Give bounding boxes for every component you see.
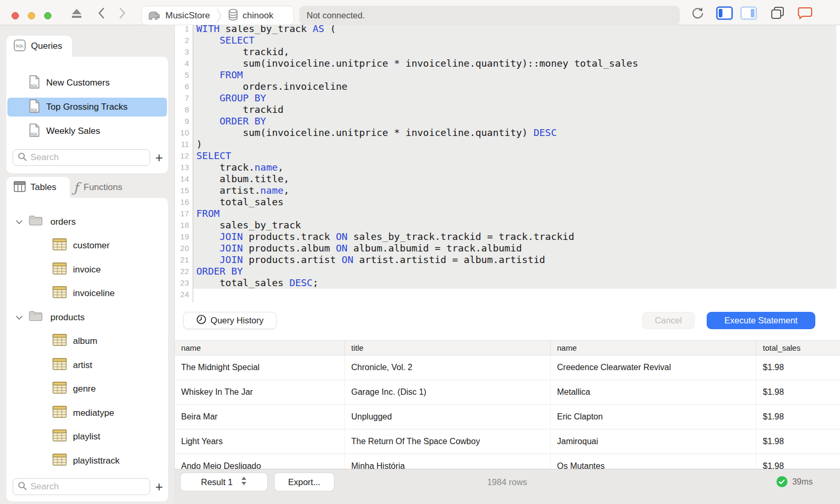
table-cell[interactable]: Beira Mar <box>175 405 345 429</box>
database-name: chinook <box>243 10 274 21</box>
line-number: 4 <box>175 58 193 69</box>
add-query-button[interactable]: + <box>150 150 168 165</box>
line-number: 11 <box>175 139 193 150</box>
tree-table-album[interactable]: album <box>6 330 168 354</box>
disclosure-chevron-icon[interactable] <box>16 312 22 323</box>
cancel-label: Cancel <box>655 316 681 326</box>
close-button[interactable] <box>12 12 19 19</box>
table-cell[interactable]: Garage Inc. (Disc 1) <box>345 380 551 404</box>
table-cell[interactable]: $1.98 <box>757 454 840 469</box>
table-cell[interactable]: Eric Clapton <box>551 405 757 429</box>
table-cell[interactable]: Ando Meio Desligado <box>175 454 345 469</box>
breadcrumb-separator-icon <box>215 8 223 23</box>
tables-search-row: + <box>13 478 168 495</box>
back-button[interactable] <box>97 7 106 19</box>
svg-text:SQL: SQL <box>30 83 38 88</box>
column-header-name[interactable]: name <box>175 341 345 355</box>
line-number: 16 <box>175 196 193 208</box>
line-number: 19 <box>175 231 193 243</box>
execute-statement-button[interactable]: Execute Statement <box>707 312 815 329</box>
breadcrumb-server[interactable]: MusicStore <box>142 6 215 25</box>
tree-table-artist[interactable]: artist <box>6 353 168 377</box>
code-line: ORDER BY <box>193 116 836 127</box>
tree-table-customer[interactable]: customer <box>6 234 168 258</box>
column-header-name[interactable]: name <box>551 341 757 355</box>
tree-table-playlisttrack[interactable]: playlisttrack <box>6 449 168 473</box>
add-table-button[interactable]: + <box>150 479 168 495</box>
table-cell[interactable]: Unplugged <box>345 405 551 429</box>
query-list-item[interactable]: SQL Top Grossing Tracks <box>7 98 167 117</box>
code-line: sum(invoiceline.unitprice * invoiceline.… <box>193 127 836 139</box>
cancel-button[interactable]: Cancel <box>642 312 695 329</box>
table-cell[interactable]: Metallica <box>551 380 757 404</box>
query-list-item[interactable]: SQL Weekly Sales <box>7 122 167 141</box>
line-number: 7 <box>175 92 193 104</box>
table-cell[interactable]: The Midnight Special <box>175 355 345 380</box>
line-number: 1 <box>175 25 193 35</box>
refresh-button[interactable] <box>691 7 705 19</box>
table-cell[interactable]: $1.98 <box>757 429 840 454</box>
queries-search-box[interactable] <box>13 149 150 166</box>
tables-search-box[interactable] <box>13 478 150 495</box>
column-header-total_sales[interactable]: total_sales <box>757 341 840 355</box>
tab-queries[interactable]: SQL Queries <box>6 36 72 57</box>
query-list-item[interactable]: SQL New Customers <box>7 74 167 92</box>
table-cell[interactable]: Os Mutantes <box>551 454 757 469</box>
zoom-button[interactable] <box>44 12 51 19</box>
table-row[interactable]: Whiskey In The JarGarage Inc. (Disc 1)Me… <box>175 380 840 405</box>
code-line: ORDER BY <box>193 266 836 277</box>
tree-folder-orders[interactable]: orders <box>6 210 168 234</box>
forward-button[interactable] <box>118 7 127 19</box>
toggle-left-sidebar-button[interactable] <box>716 7 733 19</box>
editor-footer: Query History Cancel Execute Statement <box>175 307 840 340</box>
table-cell[interactable]: $1.98 <box>757 405 840 429</box>
code-line <box>193 289 840 300</box>
code-line: sales_by_track <box>193 219 836 231</box>
queries-search-input[interactable] <box>30 152 150 163</box>
tree-folder-label: orders <box>50 217 76 227</box>
breadcrumb: MusicStore chinook <box>141 6 294 25</box>
table-cell[interactable]: Chronicle, Vol. 2 <box>345 355 551 380</box>
query-history-button[interactable]: Query History <box>183 312 277 329</box>
duration-label: 39ms <box>792 477 813 487</box>
tables-search-input[interactable] <box>30 481 150 492</box>
table-row[interactable]: Beira MarUnpluggedEric Clapton$1.98 <box>175 405 840 429</box>
tree-table-invoice[interactable]: invoice <box>6 258 168 282</box>
table-cell[interactable]: $1.98 <box>757 355 840 380</box>
tab-tables[interactable]: Tables <box>6 177 70 198</box>
eject-icon[interactable] <box>70 7 83 19</box>
table-cell[interactable]: Light Years <box>175 429 345 454</box>
table-row[interactable]: Ando Meio DesligadoMinha HistóriaOs Muta… <box>175 454 840 469</box>
tree-table-label: customer <box>73 240 110 251</box>
table-cell[interactable]: $1.98 <box>757 380 840 404</box>
column-header-title[interactable]: title <box>345 341 551 355</box>
line-number: 6 <box>175 81 193 92</box>
feedback-bubble-button[interactable] <box>797 7 813 19</box>
line-number: 15 <box>175 185 193 196</box>
tree-table-playlist[interactable]: playlist <box>6 425 168 449</box>
table-row[interactable]: The Midnight SpecialChronicle, Vol. 2Cre… <box>175 355 840 380</box>
code-line: album.title, <box>193 173 836 185</box>
minimize-button[interactable] <box>28 12 35 19</box>
tree-table-mediatype[interactable]: mediatype <box>6 401 168 425</box>
windows-button[interactable] <box>770 7 785 19</box>
toggle-right-sidebar-button[interactable] <box>740 7 757 19</box>
tree-table-genre[interactable]: genre <box>6 377 168 402</box>
table-row[interactable]: Light YearsThe Return Of The Space Cowbo… <box>175 429 840 454</box>
tree-folder-products[interactable]: products <box>6 306 168 330</box>
queries-search-row: + <box>13 149 168 166</box>
table-cell[interactable]: Jamiroquai <box>551 429 757 454</box>
tab-functions[interactable]: ƒ Functions <box>74 177 122 198</box>
disclosure-chevron-icon[interactable] <box>16 217 22 227</box>
table-cell[interactable]: The Return Of The Space Cowboy <box>345 429 551 454</box>
breadcrumb-database[interactable]: chinook <box>223 6 279 25</box>
table-cell[interactable]: Creedence Clearwater Revival <box>551 355 757 380</box>
sql-code-editor[interactable]: 123456789101112131415161718192021222324 … <box>175 25 840 306</box>
table-cell[interactable]: Whiskey In The Jar <box>175 380 345 404</box>
table-tab-icon <box>14 181 26 194</box>
code-line: trackid, <box>193 46 836 58</box>
table-cell[interactable]: Minha História <box>345 454 551 469</box>
tree-table-invoiceline[interactable]: invoiceline <box>6 282 168 306</box>
connection-status-field: Not connected. <box>299 6 680 25</box>
query-history-label: Query History <box>211 316 264 326</box>
